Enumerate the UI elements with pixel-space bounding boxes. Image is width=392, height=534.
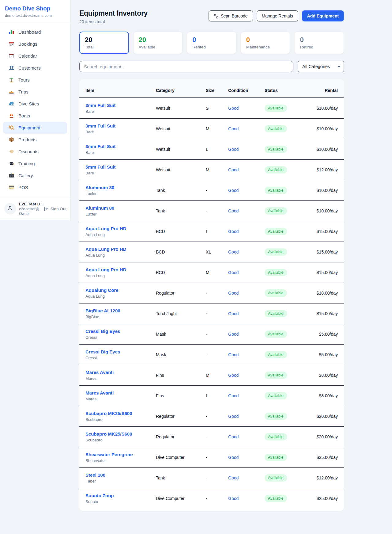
status-badge: Available bbox=[265, 372, 287, 379]
bar-chart-icon bbox=[9, 29, 14, 35]
condition-link[interactable]: Good bbox=[228, 311, 239, 316]
condition-link[interactable]: Good bbox=[228, 496, 239, 501]
status-badge: Available bbox=[265, 495, 287, 502]
condition-link[interactable]: Good bbox=[228, 270, 239, 275]
sign-out-button[interactable]: Sign Out bbox=[43, 206, 66, 211]
condition-link[interactable]: Good bbox=[228, 291, 239, 296]
item-category: BCD bbox=[156, 242, 206, 262]
header-actions: Scan Barcode Manage Rentals Add Equipmen… bbox=[209, 10, 344, 21]
item-name-link[interactable]: Aqua Lung Pro HD bbox=[85, 246, 156, 252]
condition-link[interactable]: Good bbox=[228, 126, 239, 131]
manage-rentals-button[interactable]: Manage Rentals bbox=[257, 10, 298, 21]
condition-link[interactable]: Good bbox=[228, 147, 239, 152]
item-size: - bbox=[206, 427, 228, 447]
table-row: Cressi Big EyesCressiMask-GoodAvailable$… bbox=[79, 324, 344, 345]
sidebar-item-trips[interactable]: Trips bbox=[3, 86, 67, 98]
item-name-link[interactable]: Shearwater Peregrine bbox=[85, 452, 156, 457]
item-name-link[interactable]: 3mm Full Suit bbox=[85, 144, 156, 149]
sidebar-item-boats[interactable]: Boats bbox=[3, 110, 67, 122]
item-name-link[interactable]: BigBlue AL1200 bbox=[85, 308, 156, 313]
column-header-status: Status bbox=[265, 79, 307, 98]
item-name-link[interactable]: Aluminum 80 bbox=[85, 205, 156, 211]
sidebar-item-products[interactable]: Products bbox=[3, 134, 67, 146]
sidebar-item-dive-sites[interactable]: Dive Sites bbox=[3, 98, 67, 110]
item-size: XL bbox=[206, 242, 228, 262]
condition-link[interactable]: Good bbox=[228, 475, 239, 480]
condition-link[interactable]: Good bbox=[228, 332, 239, 337]
item-name-link[interactable]: Cressi Big Eyes bbox=[85, 349, 156, 354]
stats-row: 20Total20Available0Rented0Maintenance0Re… bbox=[79, 32, 344, 54]
stat-card-maintenance[interactable]: 0Maintenance bbox=[241, 32, 290, 54]
item-name-link[interactable]: Aluminum 80 bbox=[85, 185, 156, 190]
item-name-link[interactable]: Cressi Big Eyes bbox=[85, 329, 156, 334]
table-row: 3mm Full SuitBareWetsuitMGoodAvailable$1… bbox=[79, 119, 344, 139]
item-name-link[interactable]: Scubapro MK25/S600 bbox=[85, 431, 156, 437]
condition-link[interactable]: Good bbox=[228, 455, 239, 460]
rental-price: $8.00/day bbox=[307, 386, 344, 406]
item-name-link[interactable]: 5mm Full Suit bbox=[85, 164, 156, 170]
item-name-link[interactable]: Suunto Zoop bbox=[85, 493, 156, 498]
sidebar-item-gallery[interactable]: Gallery bbox=[3, 170, 67, 181]
condition-link[interactable]: Good bbox=[228, 106, 239, 111]
condition-link[interactable]: Good bbox=[228, 434, 239, 439]
item-name-link[interactable]: Steel 100 bbox=[85, 472, 156, 478]
stat-label: Retired bbox=[300, 45, 338, 49]
add-equipment-label: Add Equipment bbox=[307, 13, 339, 18]
people-icon bbox=[9, 65, 14, 71]
stat-value: 20 bbox=[139, 36, 177, 44]
item-category: Regulator bbox=[156, 406, 206, 427]
item-size: M bbox=[206, 160, 228, 180]
sidebar-item-pos[interactable]: POS bbox=[3, 181, 67, 193]
condition-link[interactable]: Good bbox=[228, 229, 239, 234]
stat-card-rented[interactable]: 0Rented bbox=[187, 32, 236, 54]
item-category: Regulator bbox=[156, 427, 206, 447]
sidebar-item-equipment[interactable]: Equipment bbox=[3, 122, 67, 134]
person-icon bbox=[7, 205, 13, 212]
stat-label: Total bbox=[85, 45, 123, 49]
sidebar-item-dashboard[interactable]: Dashboard bbox=[3, 26, 67, 38]
sidebar-item-calendar[interactable]: Calendar bbox=[3, 50, 67, 62]
stat-card-available[interactable]: 20Available bbox=[133, 32, 183, 54]
condition-link[interactable]: Good bbox=[228, 167, 239, 172]
item-name-link[interactable]: Scubapro MK25/S600 bbox=[85, 411, 156, 416]
sidebar-item-bookings[interactable]: 17Bookings bbox=[3, 38, 67, 50]
sign-out-icon bbox=[43, 206, 48, 211]
item-name-link[interactable]: Aqua Lung Pro HD bbox=[85, 267, 156, 272]
item-category: Mask bbox=[156, 345, 206, 365]
sidebar-item-discounts[interactable]: Discounts bbox=[3, 146, 67, 158]
status-badge: Available bbox=[265, 207, 287, 215]
page-header: Equipment Inventory 20 items total bbox=[79, 9, 344, 24]
scan-barcode-button[interactable]: Scan Barcode bbox=[209, 10, 253, 21]
condition-link[interactable]: Good bbox=[228, 208, 239, 213]
table-row: BigBlue AL1200BigBlueTorch/Light-GoodAva… bbox=[79, 303, 344, 324]
item-name-link[interactable]: Mares Avanti bbox=[85, 390, 156, 395]
search-input[interactable] bbox=[79, 61, 293, 72]
credit-card-icon bbox=[9, 185, 14, 190]
category-filter-select[interactable]: All Categories bbox=[298, 61, 344, 72]
condition-link[interactable]: Good bbox=[228, 188, 239, 193]
item-size: L bbox=[206, 386, 228, 406]
item-category: Tank bbox=[156, 468, 206, 488]
item-name-link[interactable]: Mares Avanti bbox=[85, 370, 156, 375]
table-row: Aqua Lung Pro HDAqua LungBCDLGoodAvailab… bbox=[79, 221, 344, 242]
sidebar-item-customers[interactable]: Customers bbox=[3, 62, 67, 74]
condition-link[interactable]: Good bbox=[228, 393, 239, 398]
item-name-link[interactable]: 3mm Full Suit bbox=[85, 123, 156, 128]
sidebar-item-training[interactable]: Training bbox=[3, 158, 67, 170]
condition-link[interactable]: Good bbox=[228, 250, 239, 254]
brand-title[interactable]: Demo Dive Shop bbox=[5, 5, 65, 12]
sidebar-item-tours[interactable]: Tours bbox=[3, 74, 67, 86]
item-name-link[interactable]: Aqua Lung Pro HD bbox=[85, 226, 156, 231]
item-size: L bbox=[206, 139, 228, 160]
condition-link[interactable]: Good bbox=[228, 352, 239, 357]
condition-link[interactable]: Good bbox=[228, 414, 239, 419]
stat-card-retired[interactable]: 0Retired bbox=[294, 32, 344, 54]
item-brand: Cressi bbox=[85, 356, 156, 360]
item-name-link[interactable]: Aqualung Core bbox=[85, 288, 156, 293]
rental-price: $20.00/day bbox=[307, 406, 344, 427]
status-badge: Available bbox=[265, 392, 287, 399]
stat-card-total[interactable]: 20Total bbox=[79, 32, 129, 54]
condition-link[interactable]: Good bbox=[228, 373, 239, 378]
item-name-link[interactable]: 3mm Full Suit bbox=[85, 103, 156, 108]
add-equipment-button[interactable]: Add Equipment bbox=[302, 10, 344, 21]
